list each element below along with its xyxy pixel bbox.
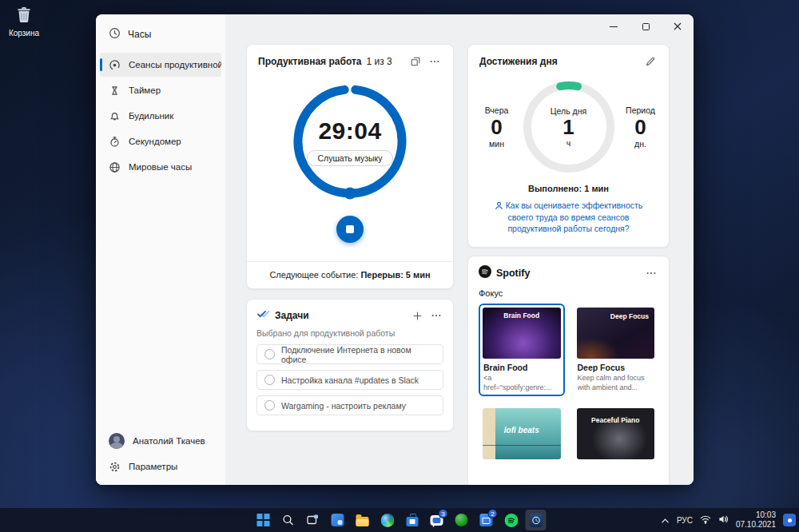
- chat-button[interactable]: 3: [427, 510, 447, 530]
- listen-to-music-button[interactable]: Слушать музыку: [307, 150, 392, 166]
- playlist-description: <a href="spotify:genre:...: [483, 374, 560, 392]
- focus-card-title: Продуктивная работа: [258, 56, 361, 67]
- spotify-section-label: Фокус: [479, 288, 658, 298]
- sidebar-item-label: Таймер: [129, 85, 161, 95]
- language-indicator[interactable]: РУС: [677, 516, 693, 525]
- sidebar-item-settings[interactable]: Параметры: [100, 455, 221, 478]
- sidebar-item-label: Секундомер: [129, 137, 181, 146]
- hourglass-icon: [109, 85, 121, 97]
- achievements-title: Достижения дня: [479, 56, 558, 67]
- tray-clock[interactable]: 10:03 07.10.2021: [736, 510, 776, 530]
- more-options-icon[interactable]: [427, 54, 442, 69]
- spotify-icon: [504, 514, 518, 527]
- task-radio[interactable]: [264, 349, 275, 359]
- folder-icon: [356, 517, 369, 526]
- sidebar-item-label: Будильник: [129, 111, 173, 121]
- chevron-up-icon: [661, 518, 670, 524]
- edge-icon: [380, 514, 394, 527]
- tasks-card: Задачи Выбрано для продуктивной работы П…: [246, 299, 454, 431]
- focus-session-counter: 1 из 3: [366, 56, 392, 67]
- start-button[interactable]: [253, 510, 274, 530]
- task-item[interactable]: Wargaming - настроить рекламу: [256, 395, 443, 415]
- spotify-title: Spotify: [496, 268, 530, 279]
- stat-label: Период: [622, 105, 659, 115]
- chat-badge: 3: [439, 509, 448, 518]
- compact-overlay-icon[interactable]: [408, 54, 423, 69]
- feedback-person-icon: [495, 201, 503, 210]
- sidebar-bottom: Анатолий Ткачев Параметры: [96, 427, 225, 480]
- task-view-button[interactable]: [303, 510, 324, 530]
- task-radio[interactable]: [264, 375, 275, 385]
- maximize-button[interactable]: [630, 14, 662, 38]
- user-account[interactable]: Анатолий Ткачев: [100, 429, 221, 453]
- spotify-card: Spotify Фокус Brain Food Brain Food: [467, 256, 670, 485]
- recycle-bin[interactable]: Корзина: [5, 4, 43, 38]
- sidebar-item-stopwatch[interactable]: Секундомер: [100, 129, 221, 153]
- tray-chevron-button[interactable]: [661, 513, 670, 527]
- playlist-tile-deep-focus[interactable]: Deep Focus Deep Focus Keep calm and focu…: [573, 304, 659, 396]
- system-tray: РУС 10:03 07.10.2021: [661, 508, 796, 532]
- widgets-icon: [332, 514, 344, 526]
- volume-button[interactable]: [718, 513, 729, 527]
- more-options-icon[interactable]: [429, 308, 443, 323]
- tasks-subtitle: Выбрано для продуктивной работы: [256, 328, 443, 338]
- stat-unit: дн.: [622, 139, 659, 149]
- mail-button[interactable]: 2: [476, 510, 497, 530]
- left-column: Продуктивная работа 1 из 3: [246, 44, 454, 431]
- recycle-bin-label: Корзина: [9, 29, 39, 38]
- task-item[interactable]: Настройка канала #updates в Slack: [256, 370, 443, 390]
- spotify-logo-icon: [479, 265, 491, 281]
- close-button[interactable]: [662, 14, 694, 38]
- window-controls: [598, 14, 694, 38]
- sidebar-item-timer[interactable]: Таймер: [100, 78, 221, 102]
- start-icon: [257, 514, 270, 526]
- efficiency-survey-link[interactable]: Как вы оцениваете эффективность своего т…: [479, 200, 658, 235]
- sidebar-item-alarm[interactable]: Будильник: [100, 104, 221, 128]
- task-label: Подключение Интернета в новом офисе: [281, 345, 435, 364]
- goal-value: 1: [562, 116, 574, 139]
- network-button[interactable]: [700, 513, 711, 527]
- sidebar-item-focus-sessions[interactable]: Сеансы продуктивной р: [100, 53, 221, 77]
- playlist-cover: Deep Focus: [577, 308, 655, 359]
- stop-session-button[interactable]: [336, 216, 364, 243]
- playlist-tile-lofi-beats[interactable]: lofi beats: [479, 404, 565, 463]
- task-item[interactable]: Подключение Интернета в новом офисе: [256, 344, 443, 364]
- sidebar-item-world-clock[interactable]: Мировые часы: [100, 155, 221, 179]
- cover-title: lofi beats: [483, 426, 561, 435]
- notification-center-badge[interactable]: [783, 514, 796, 526]
- cover-title: Brain Food: [483, 312, 561, 320]
- xbox-button[interactable]: [451, 510, 472, 530]
- store-button[interactable]: [402, 510, 423, 530]
- edit-pencil-icon[interactable]: [643, 54, 658, 69]
- app-header: Часы: [96, 21, 225, 46]
- add-task-icon[interactable]: [410, 308, 424, 323]
- settings-label: Параметры: [129, 462, 177, 471]
- clock-app-button[interactable]: [526, 510, 547, 530]
- playlist-tile-brain-food[interactable]: Brain Food Brain Food <a href="spotify:g…: [479, 304, 565, 396]
- minimize-button[interactable]: [598, 14, 630, 38]
- stat-period: Период 0 дн.: [622, 105, 659, 148]
- wifi-icon: [700, 514, 711, 524]
- playlist-tile-peaceful-piano[interactable]: Peaceful Piano: [573, 404, 659, 463]
- widgets-button[interactable]: [328, 510, 348, 530]
- completed-label: Выполнено: 1 мин: [479, 184, 658, 193]
- survey-text: Как вы оцениваете эффективность своего т…: [506, 200, 643, 233]
- goal-label: Цель дня: [551, 106, 586, 116]
- task-label: Настройка канала #updates в Slack: [281, 375, 419, 385]
- task-radio[interactable]: [264, 400, 275, 411]
- cover-title: Peaceful Piano: [577, 416, 655, 424]
- file-explorer-button[interactable]: [352, 510, 373, 530]
- search-button[interactable]: [278, 510, 299, 530]
- spotify-button[interactable]: [501, 510, 522, 530]
- more-options-icon[interactable]: [644, 266, 658, 280]
- sidebar-item-label: Сеансы продуктивной р: [129, 60, 221, 69]
- edge-button[interactable]: [377, 510, 398, 530]
- close-icon: [674, 22, 682, 30]
- avatar: [109, 433, 125, 449]
- playlist-name: Brain Food: [483, 363, 560, 372]
- user-name: Анатолий Ткачев: [133, 436, 205, 446]
- playlist-description: Keep calm and focus with ambient and...: [578, 374, 654, 392]
- stop-icon: [346, 225, 354, 233]
- stat-label: Вчера: [479, 105, 515, 115]
- next-event-label: Следующее событие:: [269, 270, 360, 280]
